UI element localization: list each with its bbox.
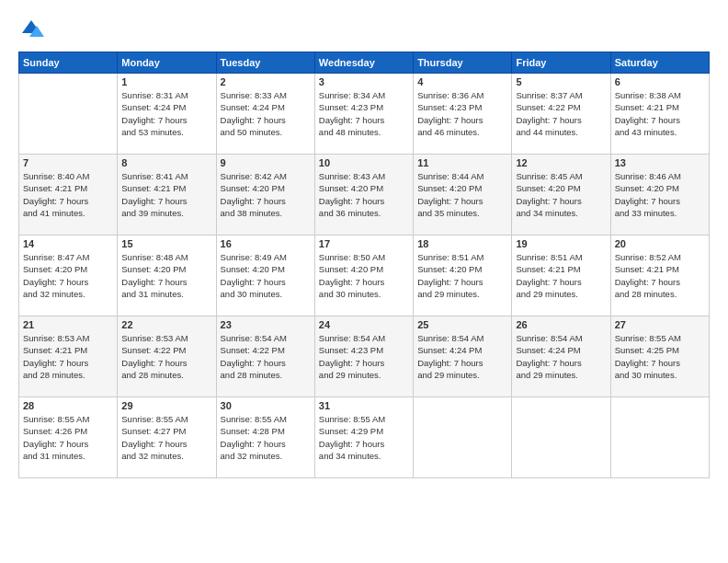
calendar-cell: 8Sunrise: 8:41 AMSunset: 4:21 PMDaylight… [118,155,216,236]
calendar-header-row: SundayMondayTuesdayWednesdayThursdayFrid… [19,52,710,74]
calendar-cell [19,74,118,155]
calendar-cell: 5Sunrise: 8:37 AMSunset: 4:22 PMDaylight… [512,74,610,155]
day-info: Sunrise: 8:55 AMSunset: 4:26 PMDaylight:… [23,413,113,462]
logo [18,17,49,42]
calendar-header-tuesday: Tuesday [216,52,314,74]
calendar-cell: 4Sunrise: 8:36 AMSunset: 4:23 PMDaylight… [414,74,512,155]
calendar-cell: 3Sunrise: 8:34 AMSunset: 4:23 PMDaylight… [314,74,413,155]
calendar-header-friday: Friday [512,52,610,74]
day-number: 22 [121,319,211,330]
day-info: Sunrise: 8:51 AMSunset: 4:20 PMDaylight:… [417,251,507,300]
calendar-cell: 17Sunrise: 8:50 AMSunset: 4:20 PMDayligh… [314,236,413,316]
calendar-cell: 20Sunrise: 8:52 AMSunset: 4:21 PMDayligh… [610,236,709,316]
calendar-cell: 24Sunrise: 8:54 AMSunset: 4:23 PMDayligh… [314,316,413,397]
day-info: Sunrise: 8:55 AMSunset: 4:25 PMDaylight:… [615,332,705,381]
day-info: Sunrise: 8:49 AMSunset: 4:20 PMDaylight:… [221,251,311,300]
calendar-cell: 2Sunrise: 8:33 AMSunset: 4:24 PMDaylight… [216,74,314,155]
calendar-cell: 31Sunrise: 8:55 AMSunset: 4:29 PMDayligh… [314,397,413,478]
calendar-header-monday: Monday [118,52,216,74]
day-number: 24 [319,319,409,330]
day-number: 1 [121,76,211,87]
day-info: Sunrise: 8:54 AMSunset: 4:24 PMDaylight:… [417,332,507,381]
day-info: Sunrise: 8:41 AMSunset: 4:21 PMDaylight:… [121,170,211,219]
day-info: Sunrise: 8:54 AMSunset: 4:23 PMDaylight:… [319,332,409,381]
day-info: Sunrise: 8:55 AMSunset: 4:29 PMDaylight:… [319,413,409,462]
calendar-cell: 1Sunrise: 8:31 AMSunset: 4:24 PMDaylight… [118,74,216,155]
calendar-cell: 26Sunrise: 8:54 AMSunset: 4:24 PMDayligh… [512,316,610,397]
calendar-header-sunday: Sunday [19,52,118,74]
calendar-week-1: 1Sunrise: 8:31 AMSunset: 4:24 PMDaylight… [19,74,710,155]
calendar-week-5: 28Sunrise: 8:55 AMSunset: 4:26 PMDayligh… [19,397,710,478]
day-info: Sunrise: 8:38 AMSunset: 4:21 PMDaylight:… [615,89,705,138]
day-info: Sunrise: 8:44 AMSunset: 4:20 PMDaylight:… [417,170,507,219]
calendar-cell: 30Sunrise: 8:55 AMSunset: 4:28 PMDayligh… [216,397,314,478]
calendar-header-thursday: Thursday [414,52,512,74]
day-number: 9 [221,157,311,168]
day-info: Sunrise: 8:42 AMSunset: 4:20 PMDaylight:… [221,170,311,219]
day-number: 7 [23,157,113,168]
calendar-header-wednesday: Wednesday [314,52,413,74]
day-info: Sunrise: 8:51 AMSunset: 4:21 PMDaylight:… [516,251,606,300]
day-number: 6 [615,76,705,87]
calendar-cell: 12Sunrise: 8:45 AMSunset: 4:20 PMDayligh… [512,155,610,236]
calendar-cell: 21Sunrise: 8:53 AMSunset: 4:21 PMDayligh… [19,316,118,397]
day-info: Sunrise: 8:45 AMSunset: 4:20 PMDaylight:… [516,170,606,219]
calendar-cell: 19Sunrise: 8:51 AMSunset: 4:21 PMDayligh… [512,236,610,316]
day-info: Sunrise: 8:33 AMSunset: 4:24 PMDaylight:… [221,89,311,138]
calendar-cell: 13Sunrise: 8:46 AMSunset: 4:20 PMDayligh… [610,155,709,236]
day-number: 29 [121,400,211,411]
calendar-week-4: 21Sunrise: 8:53 AMSunset: 4:21 PMDayligh… [19,316,710,397]
day-number: 15 [121,238,211,249]
day-info: Sunrise: 8:43 AMSunset: 4:20 PMDaylight:… [319,170,409,219]
calendar-cell: 18Sunrise: 8:51 AMSunset: 4:20 PMDayligh… [414,236,512,316]
calendar-cell [610,397,709,478]
calendar-cell [512,397,610,478]
day-number: 18 [417,238,507,249]
calendar-cell: 11Sunrise: 8:44 AMSunset: 4:20 PMDayligh… [414,155,512,236]
calendar-cell: 16Sunrise: 8:49 AMSunset: 4:20 PMDayligh… [216,236,314,316]
page: SundayMondayTuesdayWednesdayThursdayFrid… [0,0,728,563]
day-number: 17 [319,238,409,249]
day-info: Sunrise: 8:36 AMSunset: 4:23 PMDaylight:… [417,89,507,138]
logo-icon [18,17,44,42]
calendar-cell: 28Sunrise: 8:55 AMSunset: 4:26 PMDayligh… [19,397,118,478]
day-info: Sunrise: 8:47 AMSunset: 4:20 PMDaylight:… [23,251,113,300]
day-info: Sunrise: 8:34 AMSunset: 4:23 PMDaylight:… [319,89,409,138]
header [18,17,710,42]
day-number: 5 [516,76,606,87]
day-info: Sunrise: 8:55 AMSunset: 4:27 PMDaylight:… [121,413,211,462]
day-number: 25 [417,319,507,330]
day-number: 16 [221,238,311,249]
day-number: 31 [319,400,409,411]
day-number: 10 [319,157,409,168]
calendar-cell: 10Sunrise: 8:43 AMSunset: 4:20 PMDayligh… [314,155,413,236]
day-number: 13 [615,157,705,168]
day-number: 14 [23,238,113,249]
day-number: 11 [417,157,507,168]
calendar-cell: 7Sunrise: 8:40 AMSunset: 4:21 PMDaylight… [19,155,118,236]
calendar-week-2: 7Sunrise: 8:40 AMSunset: 4:21 PMDaylight… [19,155,710,236]
calendar-table: SundayMondayTuesdayWednesdayThursdayFrid… [18,52,710,478]
day-info: Sunrise: 8:54 AMSunset: 4:22 PMDaylight:… [221,332,311,381]
day-number: 26 [516,319,606,330]
day-info: Sunrise: 8:46 AMSunset: 4:20 PMDaylight:… [615,170,705,219]
day-number: 19 [516,238,606,249]
calendar-cell: 14Sunrise: 8:47 AMSunset: 4:20 PMDayligh… [19,236,118,316]
day-info: Sunrise: 8:54 AMSunset: 4:24 PMDaylight:… [516,332,606,381]
calendar-week-3: 14Sunrise: 8:47 AMSunset: 4:20 PMDayligh… [19,236,710,316]
day-info: Sunrise: 8:52 AMSunset: 4:21 PMDaylight:… [615,251,705,300]
day-number: 4 [417,76,507,87]
day-info: Sunrise: 8:37 AMSunset: 4:22 PMDaylight:… [516,89,606,138]
calendar-cell: 6Sunrise: 8:38 AMSunset: 4:21 PMDaylight… [610,74,709,155]
calendar-cell: 22Sunrise: 8:53 AMSunset: 4:22 PMDayligh… [118,316,216,397]
calendar-cell: 29Sunrise: 8:55 AMSunset: 4:27 PMDayligh… [118,397,216,478]
day-info: Sunrise: 8:48 AMSunset: 4:20 PMDaylight:… [121,251,211,300]
calendar-cell [414,397,512,478]
day-info: Sunrise: 8:53 AMSunset: 4:21 PMDaylight:… [23,332,113,381]
day-number: 23 [221,319,311,330]
day-info: Sunrise: 8:31 AMSunset: 4:24 PMDaylight:… [121,89,211,138]
calendar-cell: 15Sunrise: 8:48 AMSunset: 4:20 PMDayligh… [118,236,216,316]
calendar-header-saturday: Saturday [610,52,709,74]
calendar-cell: 23Sunrise: 8:54 AMSunset: 4:22 PMDayligh… [216,316,314,397]
day-number: 2 [221,76,311,87]
